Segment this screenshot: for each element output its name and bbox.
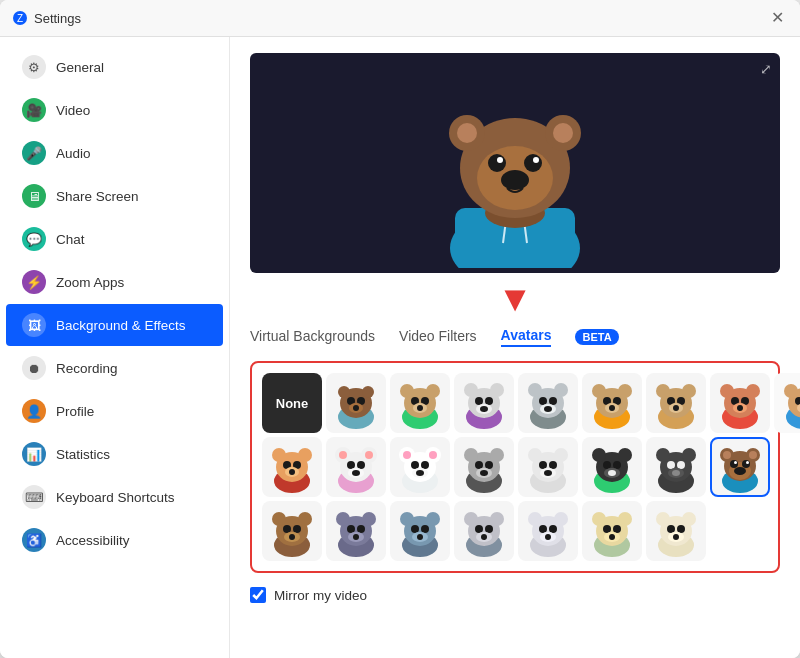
svg-point-73 [737,405,743,411]
sidebar-item-chat[interactable]: 💬 Chat [6,218,223,260]
sidebar-item-video[interactable]: 🎥 Video [6,89,223,131]
svg-point-129 [618,448,632,462]
svg-point-47 [549,397,557,405]
svg-point-17 [501,170,529,190]
sidebar-item-share-screen[interactable]: 🖥 Share Screen [6,175,223,217]
audio-icon: 🎤 [22,141,46,165]
avatar-20[interactable] [454,501,514,561]
avatar-placeholder-2 [710,501,770,561]
svg-point-180 [464,512,478,526]
sidebar-item-accessibility[interactable]: ♿ Accessibility [6,519,223,561]
avatar-19[interactable] [390,501,450,561]
avatar-3[interactable] [454,373,514,433]
svg-point-123 [549,461,557,469]
svg-point-13 [488,154,506,172]
video-preview: ⤢ [250,53,780,273]
tabs-row: Virtual Backgrounds Video Filters Avatar… [250,327,780,347]
fullscreen-icon[interactable]: ⤢ [760,61,772,77]
svg-point-120 [528,448,542,462]
svg-point-49 [544,406,552,412]
sidebar-item-statistics[interactable]: 📊 Statistics [6,433,223,475]
svg-point-11 [553,123,573,143]
avatar-9[interactable] [262,437,322,497]
svg-point-181 [490,512,504,526]
svg-point-41 [480,406,488,412]
avatar-7[interactable] [710,373,770,433]
svg-point-207 [677,525,685,533]
main-panel: ⤢ ▼ Virtual Backgrounds Video Filters Av… [230,37,800,658]
avatar-23[interactable] [646,501,706,561]
sidebar-item-keyboard-shortcuts[interactable]: ⌨ Keyboard Shortcuts [6,476,223,518]
svg-point-173 [426,512,440,526]
sidebar-item-general[interactable]: ⚙ General [6,46,223,88]
svg-point-39 [485,397,493,405]
sidebar-item-zoom-apps[interactable]: ⚡ Zoom Apps [6,261,223,303]
sidebar-item-profile[interactable]: 👤 Profile [6,390,223,432]
svg-point-37 [490,383,504,397]
avatar-4[interactable] [518,373,578,433]
svg-point-133 [608,470,616,476]
svg-point-28 [400,384,414,398]
avatar-grid: None [262,373,768,561]
avatar-18[interactable] [326,501,386,561]
sidebar-item-recording[interactable]: ⏺ Recording [6,347,223,389]
svg-point-196 [592,512,606,526]
mirror-checkbox[interactable] [250,587,266,603]
svg-point-21 [362,386,374,398]
svg-point-198 [603,525,611,533]
svg-point-76 [784,384,798,398]
avatar-5[interactable] [582,373,642,433]
svg-point-94 [339,451,347,459]
mirror-label: Mirror my video [274,588,367,603]
svg-point-190 [539,525,547,533]
avatar-11[interactable] [390,437,450,497]
avatar-8[interactable] [774,373,800,433]
avatar-14[interactable] [582,437,642,497]
svg-point-149 [730,460,738,468]
svg-point-158 [283,525,291,533]
svg-point-206 [667,525,675,533]
svg-point-174 [411,525,419,533]
svg-point-150 [742,460,750,468]
svg-point-97 [357,461,365,469]
svg-point-146 [723,451,731,459]
share-screen-icon: 🖥 [22,184,46,208]
avatar-2[interactable] [390,373,450,433]
svg-point-105 [429,451,437,459]
avatar-15[interactable] [646,437,706,497]
avatar-16-selected[interactable] [710,437,770,497]
tab-video-filters[interactable]: Video Filters [399,328,477,346]
svg-point-96 [347,461,355,469]
avatar-10[interactable] [326,437,386,497]
sidebar-item-background-effects[interactable]: 🖼 Background & Effects [6,304,223,346]
svg-point-38 [475,397,483,405]
background-effects-icon: 🖼 [22,313,46,337]
svg-point-157 [298,512,312,526]
svg-point-15 [497,157,503,163]
avatar-1[interactable] [326,373,386,433]
svg-point-191 [549,525,557,533]
close-button[interactable]: ✕ [767,8,788,28]
avatar-none[interactable]: None [262,373,322,433]
svg-point-85 [298,448,312,462]
avatar-17[interactable] [262,501,322,561]
svg-point-9 [457,123,477,143]
svg-point-53 [618,384,632,398]
avatar-placeholder-1 [774,437,800,497]
tab-avatars[interactable]: Avatars [501,327,552,347]
avatar-6[interactable] [646,373,706,433]
avatar-22[interactable] [582,501,642,561]
svg-point-152 [746,461,749,464]
avatar-12[interactable] [454,437,514,497]
tab-virtual-backgrounds[interactable]: Virtual Backgrounds [250,328,375,346]
app-icon: Z [12,10,28,26]
svg-point-36 [464,383,478,397]
svg-point-161 [289,534,295,540]
svg-point-193 [545,534,551,540]
avatar-13[interactable] [518,437,578,497]
svg-point-44 [528,383,542,397]
svg-point-189 [554,512,568,526]
window-title: Settings [34,11,81,26]
sidebar-item-audio[interactable]: 🎤 Audio [6,132,223,174]
avatar-21[interactable] [518,501,578,561]
